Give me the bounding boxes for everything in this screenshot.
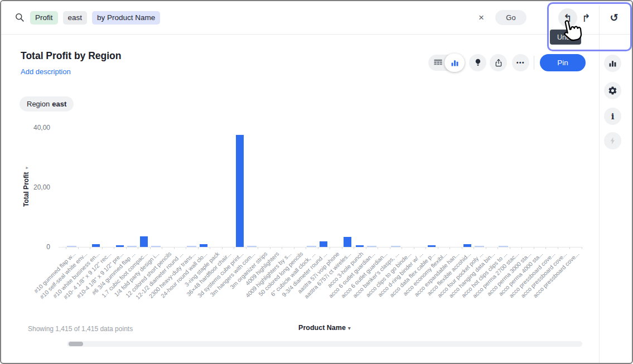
chevron-down-icon: ▾	[24, 167, 30, 169]
x-axis-picker[interactable]: Product Name▾	[280, 324, 369, 332]
filter-label: Region	[27, 100, 50, 108]
bar[interactable]	[116, 245, 124, 247]
x-tick-mark	[66, 247, 66, 249]
x-tick-mark	[438, 247, 438, 249]
x-tick-mark	[366, 247, 366, 249]
bar[interactable]	[344, 237, 351, 247]
bar[interactable]	[320, 241, 327, 247]
x-tick-mark	[426, 247, 426, 249]
bar[interactable]	[356, 245, 364, 247]
more-options-button[interactable]: •••	[512, 54, 529, 71]
x-tick-mark	[318, 247, 318, 249]
search-input[interactable]: Profit east by Product Name	[15, 1, 160, 34]
x-tick-mark	[534, 247, 534, 249]
page-title: Total Profit by Region	[21, 50, 122, 62]
bar[interactable]	[307, 246, 316, 247]
bar-chart-icon	[608, 59, 617, 68]
search-token-filter[interactable]: east	[63, 11, 88, 25]
x-tick-mark	[378, 247, 378, 249]
topbar-divider	[1, 34, 632, 35]
sidebar-divider	[599, 6, 600, 363]
bar[interactable]	[499, 246, 508, 247]
add-description-link[interactable]: Add description	[21, 67, 71, 76]
bar[interactable]	[127, 246, 137, 247]
info-icon: i	[611, 111, 615, 122]
x-tick-mark	[390, 247, 390, 249]
x-tick-mark	[210, 247, 210, 249]
x-tick-mark	[114, 247, 114, 249]
insights-button[interactable]	[469, 54, 486, 71]
x-tick-mark	[102, 247, 103, 249]
bar[interactable]	[463, 244, 471, 247]
x-tick-mark	[558, 247, 558, 249]
sidebar-info-button[interactable]: i	[604, 108, 621, 125]
bar[interactable]	[428, 245, 436, 247]
undo-tooltip: Undo	[550, 30, 581, 45]
lightbulb-icon	[473, 58, 482, 67]
sidebar-chart-type-button[interactable]	[604, 55, 621, 72]
view-toggle	[428, 55, 464, 71]
bar-chart-icon	[450, 58, 460, 67]
chart-scrollbar-thumb[interactable]	[69, 342, 83, 346]
x-tick-mark	[521, 247, 522, 249]
search-token-measure[interactable]: Profit	[30, 11, 58, 25]
sidebar-insights-button[interactable]	[604, 132, 621, 149]
search-token-groupby[interactable]: by Product Name	[92, 11, 160, 25]
x-tick-mark	[222, 247, 223, 249]
lightning-icon	[608, 137, 617, 145]
region-filter-pill[interactable]: Region east	[20, 96, 74, 111]
y-tick-label: 40,00	[17, 124, 50, 132]
bar[interactable]	[475, 246, 484, 247]
x-tick-mark	[126, 247, 127, 249]
chart-view-button[interactable]	[444, 54, 465, 72]
clear-search-icon[interactable]: ×	[479, 1, 484, 34]
bar[interactable]	[151, 246, 161, 247]
x-tick-mark	[450, 247, 450, 249]
data-points-status: Showing 1,415 of 1,415 data points	[28, 325, 133, 333]
x-tick-mark	[306, 247, 306, 249]
x-tick-mark	[473, 247, 474, 249]
x-tick-mark	[402, 247, 402, 249]
y-tick-label: 20,00	[17, 183, 50, 191]
ellipsis-icon: •••	[516, 60, 525, 66]
bar[interactable]	[391, 246, 400, 247]
x-tick-mark	[174, 247, 175, 249]
x-tick-mark	[150, 247, 151, 249]
share-icon	[494, 58, 503, 67]
go-button[interactable]: Go	[495, 10, 526, 25]
x-tick-mark	[569, 247, 570, 249]
chevron-down-icon: ▾	[348, 325, 351, 331]
x-tick-mark	[138, 247, 138, 249]
bar[interactable]	[67, 246, 76, 247]
sidebar-settings-button[interactable]	[604, 82, 621, 99]
reset-button[interactable]: ↺	[607, 11, 621, 25]
bar[interactable]	[236, 135, 244, 247]
table-view-button[interactable]	[431, 57, 445, 69]
x-tick-mark	[486, 247, 486, 249]
undo-button[interactable]: ↰	[561, 11, 574, 25]
x-tick-mark	[294, 247, 294, 249]
x-tick-mark	[330, 247, 330, 249]
x-tick-mark	[342, 247, 342, 249]
bar[interactable]	[187, 246, 196, 247]
x-tick-mark	[234, 247, 234, 249]
x-axis-line	[59, 247, 582, 247]
redo-button[interactable]: ↱	[579, 11, 593, 25]
bar[interactable]	[200, 244, 207, 247]
x-tick-mark	[162, 247, 162, 249]
x-tick-mark	[545, 247, 546, 249]
share-button[interactable]	[490, 54, 507, 71]
x-tick-mark	[186, 247, 186, 249]
bar[interactable]	[367, 246, 376, 247]
x-tick-mark	[462, 247, 462, 249]
app-window: Profit east by Product Name × Go ↰ ↱ ↺ U…	[0, 0, 633, 364]
gear-icon	[608, 86, 617, 95]
x-tick-mark	[246, 247, 247, 249]
x-tick-mark	[258, 247, 258, 249]
chart-scrollbar[interactable]	[67, 341, 582, 347]
bar[interactable]	[92, 244, 100, 247]
x-tick-mark	[497, 247, 498, 249]
bar[interactable]	[247, 246, 257, 247]
pin-button[interactable]: Pin	[540, 54, 586, 71]
bar[interactable]	[140, 236, 148, 247]
